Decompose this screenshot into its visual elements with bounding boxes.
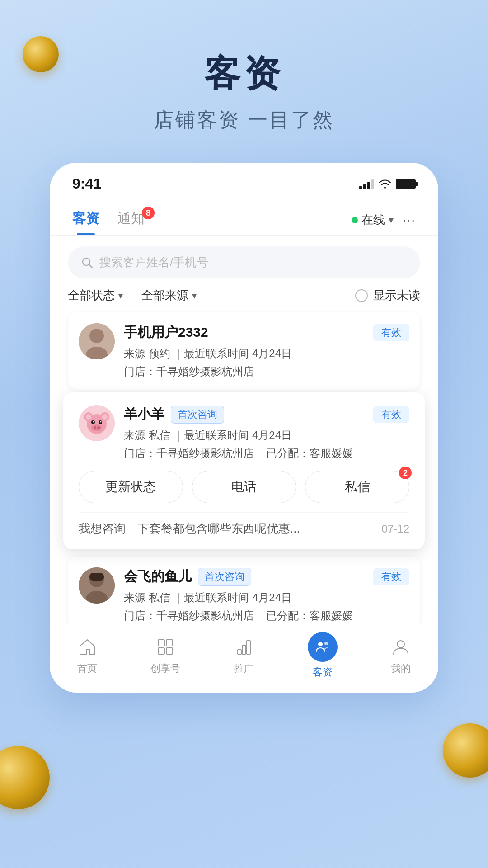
- svg-rect-26: [158, 648, 164, 654]
- online-dot: [352, 217, 358, 223]
- nav-home[interactable]: 首页: [76, 636, 99, 675]
- svg-point-3: [89, 329, 104, 343]
- nav-keizi-label: 客资: [313, 665, 333, 679]
- nav-tuiguang-label: 推广: [234, 662, 254, 675]
- home-icon: [76, 636, 99, 658]
- status-tag-2: 有效: [373, 406, 409, 423]
- svg-point-11: [91, 424, 102, 431]
- phone-mockup: 9:41 客资 通知 8: [50, 163, 438, 693]
- keizi-nav-icon: [308, 632, 338, 662]
- status-tag-1: 有效: [373, 324, 409, 341]
- svg-point-16: [93, 421, 94, 423]
- tab-right-actions: 在线 ▾ ···: [352, 212, 416, 228]
- action-buttons-2: 更新状态 电话 私信 2: [79, 471, 409, 503]
- chart-icon: [233, 636, 255, 658]
- page-subtitle: 店铺客资 一目了然: [0, 107, 488, 133]
- status-icons: [359, 179, 416, 189]
- status-tag-3: 有效: [373, 568, 409, 585]
- card-meta-3: 来源 私信 ｜最近联系时间 4月24日: [124, 590, 409, 605]
- svg-point-13: [97, 426, 100, 429]
- card-info-1: 手机用户2332 有效 来源 预约 ｜最近联系时间 4月24日 门店：千寻婚纱摄…: [124, 323, 409, 379]
- avatar-2: [79, 405, 115, 441]
- show-unread-filter[interactable]: 显示未读: [355, 288, 420, 303]
- more-options-button[interactable]: ···: [403, 213, 416, 227]
- card-store-1: 门店：千寻婚纱摄影杭州店: [124, 364, 409, 379]
- battery-icon: [396, 179, 416, 189]
- message-text-2: 我想咨询一下套餐都包含哪些东西呢优惠...: [79, 521, 373, 537]
- search-placeholder: 搜索客户姓名/手机号: [99, 255, 208, 270]
- customer-name-2: 羊小羊: [124, 405, 164, 424]
- svg-rect-30: [247, 641, 250, 654]
- filter-divider: [132, 290, 132, 302]
- notification-badge: 8: [142, 207, 155, 219]
- svg-point-12: [94, 426, 96, 429]
- online-status[interactable]: 在线 ▾: [352, 212, 394, 228]
- message-time-2: 07-12: [382, 523, 409, 535]
- card-meta-1: 来源 预约 ｜最近联系时间 4月24日: [124, 346, 409, 361]
- status-time: 9:41: [72, 175, 101, 192]
- svg-point-10: [102, 414, 108, 420]
- name-row-2: 羊小羊 首次咨询 有效: [124, 405, 409, 424]
- signal-bars-icon: [359, 179, 374, 189]
- bottom-navigation: 首页 创享号 推广: [50, 623, 438, 693]
- nav-chuanghao[interactable]: 创享号: [150, 636, 180, 675]
- nav-chuanghao-label: 创享号: [150, 662, 180, 675]
- customer-card-1[interactable]: 手机用户2332 有效 来源 预约 ｜最近联系时间 4月24日 门店：千寻婚纱摄…: [68, 312, 420, 390]
- card-header-1: 手机用户2332 有效 来源 预约 ｜最近联系时间 4月24日 门店：千寻婚纱摄…: [79, 323, 409, 379]
- svg-rect-24: [158, 640, 164, 646]
- customer-name-1: 手机用户2332: [124, 323, 208, 342]
- unread-radio: [355, 289, 368, 302]
- tab-bar: 客资 通知 8 在线 ▾ ···: [50, 197, 438, 236]
- private-message-badge: 2: [399, 467, 412, 479]
- tab-keizi[interactable]: 客资: [72, 205, 99, 235]
- card-info-2: 羊小羊 首次咨询 有效 来源 私信 ｜最近联系时间 4月24日 门店：千寻婚纱摄…: [124, 405, 409, 461]
- svg-point-9: [86, 414, 91, 420]
- svg-rect-28: [238, 650, 241, 654]
- first-consult-tag-2: 首次咨询: [171, 406, 224, 424]
- person-icon: [389, 636, 412, 658]
- status-bar: 9:41: [50, 163, 438, 197]
- status-filter[interactable]: 全部状态 ▾: [68, 288, 123, 303]
- avatar-3: [79, 567, 115, 604]
- svg-rect-27: [166, 648, 173, 654]
- svg-point-18: [87, 424, 92, 428]
- first-consult-tag-3: 首次咨询: [198, 568, 251, 586]
- search-bar[interactable]: 搜索客户姓名/手机号: [68, 246, 420, 278]
- filter-row: 全部状态 ▾ 全部来源 ▾ 显示未读: [50, 288, 438, 312]
- decoration-ball-bottom-right: [443, 723, 488, 778]
- svg-rect-23: [89, 573, 104, 581]
- name-row-3: 会飞的鱼儿 首次咨询 有效: [124, 567, 409, 586]
- private-message-button[interactable]: 私信 2: [305, 471, 409, 503]
- svg-point-32: [324, 642, 328, 645]
- source-filter-chevron: ▾: [192, 290, 197, 301]
- status-filter-chevron: ▾: [118, 290, 123, 301]
- svg-rect-29: [242, 645, 246, 654]
- decoration-ball-top-left: [23, 36, 59, 72]
- wifi-icon: [379, 179, 391, 189]
- tab-tongzhi[interactable]: 通知 8: [117, 205, 145, 235]
- search-icon: [81, 257, 93, 269]
- customer-list: 手机用户2332 有效 来源 预约 ｜最近联系时间 4月24日 门店：千寻婚纱摄…: [50, 312, 438, 676]
- grid-icon: [154, 636, 177, 658]
- source-filter[interactable]: 全部来源 ▾: [141, 288, 197, 303]
- chevron-down-icon: ▾: [389, 214, 394, 226]
- decoration-ball-bottom-left: [0, 746, 50, 809]
- phone-button[interactable]: 电话: [192, 471, 296, 503]
- svg-rect-25: [166, 640, 173, 646]
- svg-point-33: [397, 641, 404, 648]
- nav-mine-label: 我的: [391, 662, 411, 675]
- svg-point-19: [102, 424, 106, 428]
- nav-keizi[interactable]: 客资: [308, 632, 338, 679]
- card-header-3: 会飞的鱼儿 首次咨询 有效 来源 私信 ｜最近联系时间 4月24日 门店：千寻婚…: [79, 567, 409, 623]
- last-message-2: 我想咨询一下套餐都包含哪些东西呢优惠... 07-12: [79, 512, 409, 537]
- customer-card-2[interactable]: 羊小羊 首次咨询 有效 来源 私信 ｜最近联系时间 4月24日 门店：千寻婚纱摄…: [63, 392, 425, 549]
- page-title: 客资: [0, 50, 488, 99]
- card-store-3: 门店：千寻婚纱摄影杭州店 已分配：客服媛媛: [124, 609, 409, 623]
- svg-point-31: [318, 642, 323, 646]
- nav-tuiguang[interactable]: 推广: [233, 636, 255, 675]
- card-info-3: 会飞的鱼儿 首次咨询 有效 来源 私信 ｜最近联系时间 4月24日 门店：千寻婚…: [124, 567, 409, 623]
- update-status-button[interactable]: 更新状态: [79, 471, 183, 503]
- nav-mine[interactable]: 我的: [389, 636, 412, 675]
- customer-name-3: 会飞的鱼儿: [124, 567, 192, 586]
- nav-home-label: 首页: [77, 662, 97, 675]
